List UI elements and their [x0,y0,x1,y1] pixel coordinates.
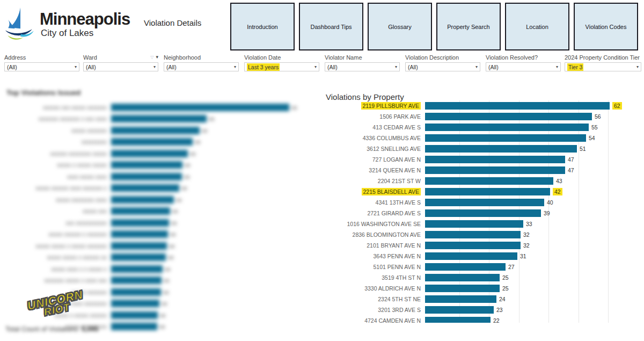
chart-bar[interactable] [425,166,565,174]
chart-bar[interactable] [425,317,491,323]
chart-row-727-logan-ave-n[interactable]: 727 LOGAN AVE N47 [322,154,644,165]
redacted-chart-bar[interactable] [111,253,166,261]
chart-bar[interactable] [425,263,506,271]
chart-row-2836-bloomington-ave[interactable]: 2836 BLOOMINGTON AVE32 [322,229,644,240]
filter-dropdown-violation-description[interactable]: (All)▾ [405,62,480,71]
chart-row-4341-13th-ave-s[interactable]: 4341 13TH AVE S40 [322,197,644,208]
redacted-chart-row[interactable]: xxxxx xxxxxxxx xxxxxx [4,194,318,206]
chart-bar[interactable] [425,242,521,249]
redacted-chart-row[interactable]: xxxxxx xxxxxxxx xxxxxxx [4,148,318,159]
redacted-chart-bar[interactable] [111,300,159,307]
redacted-row-value: xx [172,208,178,214]
redacted-chart-bar[interactable] [111,196,174,204]
redacted-chart-bar[interactable] [111,311,158,319]
chart-row-2101-bryant-ave-n[interactable]: 2101 BRYANT AVE N32 [322,240,644,251]
chart-bar[interactable] [425,188,550,195]
filter-dropdown-violator-name[interactable]: (All)▾ [325,62,400,71]
chart-row-3201-3rd-ave-s[interactable]: 3201 3RD AVE S23 [322,304,644,315]
redacted-chart-bar[interactable] [111,104,289,111]
chart-row-2204-21st-st-w[interactable]: 2204 21ST ST W43 [322,176,644,186]
redacted-row-value: xx [165,266,171,272]
chart-row-3643-penn-ave-n[interactable]: 3643 PENN AVE N31 [322,251,644,262]
chart-row-4724-camden-ave-n[interactable]: 4724 CAMDEN AVE N22 [322,315,644,323]
chart-bar[interactable] [425,177,553,185]
redacted-chart-bar[interactable] [111,230,168,238]
chart-bar[interactable] [425,134,586,142]
redacted-chart-bar[interactable] [111,288,161,296]
filter-dropdown-ward[interactable]: (All)▾ [83,62,158,71]
redacted-chart-row[interactable]: xxxxx xxxxx x xxxxxx xxxx [4,252,318,264]
redacted-chart-bar[interactable] [111,115,207,122]
chart-bar[interactable] [425,102,610,110]
redacted-chart-bar[interactable] [111,242,167,250]
chart-bar[interactable] [425,252,517,260]
chart-bar[interactable] [425,113,592,120]
chart-bar[interactable] [425,274,500,281]
chart-bar[interactable] [425,295,496,303]
redacted-chart-bar[interactable] [111,207,170,215]
chart-row-2721-girard-ave-s[interactable]: 2721 GIRARD AVE S39 [322,208,644,219]
chart-bar[interactable] [425,231,521,238]
filter-value: Last 3 years [247,63,280,71]
redacted-chart-row[interactable]: xxxxxxxxxxx [4,136,318,148]
filter-dropdown-2024-property-condition-tier[interactable]: Tier 3▾ [565,62,641,71]
chart-row-3612-snelling-ave[interactable]: 3612 SNELLING AVE51 [322,143,644,154]
redacted-chart-row[interactable]: xxxxx xxxxxxxxx [4,125,318,136]
chart-row-2119-pillsbury-ave[interactable]: 2119 PILLSBURY AVE62 [322,100,644,111]
redacted-chart-bar[interactable] [111,173,182,180]
nav-button-introduction[interactable]: Introduction [230,3,295,50]
redacted-row-label: xxxxx xxxxxxx [4,127,111,134]
redacted-chart-bar[interactable] [111,219,169,227]
nav-button-location[interactable]: Location [505,3,569,50]
chart-row-4336-columbus-ave[interactable]: 4336 COLUMBUS AVE54 [322,133,644,143]
redacted-chart-row[interactable]: xxxxx x xxxxx xxxxxxx [4,159,318,171]
redacted-chart-row[interactable]: xxx xxxxxxxxxxxxx [4,217,318,229]
redacted-chart-bar[interactable] [111,265,163,273]
chart-bar[interactable] [425,124,589,131]
chart-row-2324-5th-st-ne[interactable]: 2324 5TH ST NE24 [322,294,644,304]
redacted-chart-row[interactable]: xxxxxxx xxxxxxx x xxx xxxxxx [4,113,318,125]
nav-button-violation-codes[interactable]: Violation Codes [574,3,638,50]
redacted-chart-bar[interactable] [111,161,182,169]
chart-bar[interactable] [425,199,544,206]
chart-row-413-cedar-ave-s[interactable]: 413 CEDAR AVE S55 [322,122,644,133]
nav-button-glossary[interactable]: Glossary [368,3,432,50]
filter-label: Violation Description [405,54,480,61]
chart-row-1016-washington-ave-se[interactable]: 1016 WASHINGTON AVE SE33 [322,219,644,229]
chart-bar[interactable] [425,306,494,314]
chart-bar[interactable] [425,145,577,153]
chart-bar[interactable] [425,285,500,292]
redacted-chart-row[interactable]: xxxxx xxxx x x xxxxx xxx [4,263,318,275]
chart-bar[interactable] [425,220,523,228]
chart-row-2215-blaisdell-ave[interactable]: 2215 BLAISDELL AVE42 [322,186,644,197]
chart-row-3330-aldrich-ave-n[interactable]: 3330 ALDRICH AVE N25 [322,283,644,294]
redacted-chart-row[interactable]: xxxxx xxxxx [4,206,318,217]
filter-funnel-and-caret-icon[interactable]: ▽▾ [150,54,158,60]
chart-row-3214-queen-ave-n[interactable]: 3214 QUEEN AVE N47 [322,165,644,176]
filter-dropdown-neighborhood[interactable]: (All)▾ [164,62,239,71]
chart-row-value: 25 [502,285,509,292]
filter-dropdown-address[interactable]: (All)▾ [4,62,79,71]
chart-row-5101-penn-ave-n[interactable]: 5101 PENN AVE N27 [322,262,644,272]
nav-button-dashboard-tips[interactable]: Dashboard Tips [299,3,363,50]
redacted-chart-row[interactable]: xxxxx xxxxxx xxxx xxxxxxx xxx [4,183,318,194]
redacted-row-value: xx [176,197,182,203]
chart-row-1506-park-ave[interactable]: 1506 PARK AVE56 [322,111,644,122]
redacted-chart-bar[interactable] [111,150,188,157]
redacted-chart-bar[interactable] [111,323,157,330]
nav-button-property-search[interactable]: Property Search [436,3,501,50]
chart-bar[interactable] [425,156,565,163]
filter-dropdown-violation-date[interactable]: Last 3 years▾ [244,62,319,71]
redacted-chart-bar[interactable] [111,184,179,192]
redacted-chart-bar[interactable] [111,127,200,134]
redacted-chart-row[interactable]: xxxxxxx xxxxx x xxxx xxxxx [4,275,318,287]
redacted-chart-row[interactable]: xxxx xxxxx xxxxxx [4,171,318,183]
filter-dropdown-violation-resolved[interactable]: (All)▾ [486,62,561,71]
redacted-chart-row[interactable]: xxxxxx xxx xxxxx xxxxxxxxx [4,101,318,113]
redacted-chart-row[interactable]: xxxxx xxxxxx x xxxxxxxxx [4,229,318,241]
chart-row-3519-4th-st-n[interactable]: 3519 4TH ST N25 [322,272,644,283]
redacted-chart-bar[interactable] [111,138,193,146]
redacted-chart-row[interactable]: xxxxx xxxxx x xxxxx xxxxxxxxx [4,240,318,252]
redacted-chart-bar[interactable] [111,277,162,284]
chart-bar[interactable] [425,209,541,217]
